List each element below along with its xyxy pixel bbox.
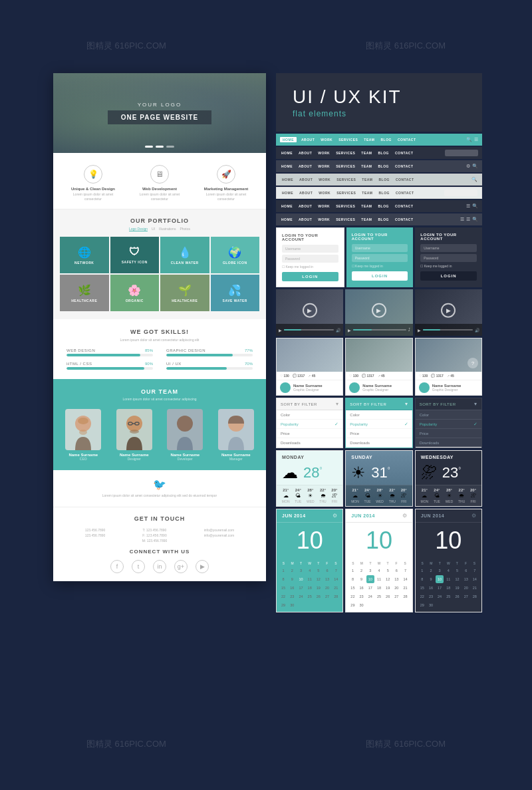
cal-day-14[interactable]: 14: [471, 575, 479, 583]
filter-color-1[interactable]: Color: [277, 410, 342, 420]
nav-home-5[interactable]: HOME: [281, 191, 295, 195]
cal-day-14[interactable]: 14: [332, 575, 340, 583]
cal-day-24[interactable]: 24: [297, 592, 305, 600]
username-input-2[interactable]: Username: [352, 244, 408, 252]
filter-popularity-1[interactable]: Popularity ✓: [277, 420, 342, 429]
nav-contact-3[interactable]: CONTACT: [394, 164, 415, 168]
portfolio-item-savewater[interactable]: 💦 SAVE WATER: [211, 275, 260, 311]
nav-contact-2[interactable]: CONTACT: [394, 151, 415, 155]
nav-services-2[interactable]: SERVICES: [334, 151, 356, 155]
portfolio-item-network[interactable]: 🌐 NETWORK: [60, 237, 109, 273]
cal-day-6[interactable]: 6: [462, 567, 470, 575]
progress-bar-2[interactable]: [353, 329, 406, 330]
cal-day-22[interactable]: 22: [279, 592, 287, 600]
login-btn-3[interactable]: LOGIN: [420, 271, 477, 281]
cal-day-6[interactable]: 6: [392, 567, 400, 575]
nav-team-2[interactable]: TEAM: [360, 151, 373, 155]
cal-day-12[interactable]: 12: [384, 575, 392, 583]
cal-day-23[interactable]: 23: [358, 592, 366, 600]
cal-settings-icon[interactable]: ⚙: [332, 513, 337, 519]
cal-day-27[interactable]: 27: [392, 592, 400, 600]
cal-day-12[interactable]: 12: [315, 575, 323, 583]
nav-work-6[interactable]: WORK: [317, 204, 331, 208]
cal-day-4[interactable]: 4: [444, 567, 452, 575]
cal-day-5[interactable]: 5: [384, 567, 392, 575]
password-input-3[interactable]: Password: [420, 254, 477, 262]
nav-blog-4[interactable]: BLOG: [378, 178, 391, 182]
filter-price-2[interactable]: Price: [346, 429, 412, 438]
cal-day-10[interactable]: 10: [297, 575, 305, 583]
remember-check-3[interactable]: ☐ Keep me logged in: [420, 264, 477, 268]
cal-day-21[interactable]: 21: [401, 584, 409, 592]
cal-day-25[interactable]: 25: [375, 592, 383, 600]
cal-day-7[interactable]: 7: [471, 567, 479, 575]
nav-team-5[interactable]: TEAM: [360, 191, 374, 195]
nav-work-7[interactable]: WORK: [317, 217, 331, 221]
cal-day-11[interactable]: 11: [306, 575, 314, 583]
nav-about-6[interactable]: ABOUT: [297, 204, 313, 208]
nav-search-5[interactable]: [444, 190, 477, 196]
hero-dot-3[interactable]: [166, 146, 174, 148]
play-btn-2[interactable]: ▶: [372, 303, 386, 318]
cal-day-24[interactable]: 24: [366, 592, 374, 600]
nav-home-2[interactable]: HOME: [280, 151, 294, 155]
cal-day-5[interactable]: 5: [315, 567, 323, 575]
login-btn-2[interactable]: LOGIN: [352, 271, 408, 281]
twitter-icon[interactable]: t: [132, 560, 145, 573]
play-btn-1[interactable]: ▶: [303, 303, 317, 318]
cal-day-29[interactable]: 29: [279, 601, 287, 609]
nav-team-1[interactable]: TEAM: [362, 138, 376, 142]
nav-home-3[interactable]: HOME: [280, 164, 294, 168]
cal-settings-icon-2[interactable]: ⚙: [402, 513, 407, 519]
cal-day-19[interactable]: 19: [453, 584, 461, 592]
nav-blog-6[interactable]: BLOG: [377, 204, 390, 208]
nav-work-4[interactable]: WORK: [317, 178, 332, 182]
cal-day-16[interactable]: 16: [427, 584, 435, 592]
facebook-icon[interactable]: f: [110, 560, 124, 573]
youtube-icon[interactable]: ▶: [196, 560, 209, 573]
nav-blog-1[interactable]: BLOG: [380, 138, 393, 142]
cal-day-18[interactable]: 18: [444, 584, 452, 592]
filter-price-3[interactable]: Price: [416, 429, 481, 438]
cal-day-28[interactable]: 28: [332, 592, 340, 600]
nav-contact-7[interactable]: CONTACT: [394, 217, 415, 221]
nav-contact-1[interactable]: CONTACT: [396, 138, 418, 142]
cal-day-5[interactable]: 5: [453, 567, 461, 575]
portfolio-item-safety[interactable]: 🛡 SAFETY ICON: [110, 237, 160, 273]
cal-day-2[interactable]: 2: [427, 567, 435, 575]
cal-day-17[interactable]: 17: [436, 584, 444, 592]
cal-day-30[interactable]: 30: [288, 601, 296, 609]
portfolio-item-healthcare2[interactable]: 🌱 healthcare: [160, 275, 209, 311]
cal-day-9[interactable]: 9: [288, 575, 296, 583]
nav-home-4[interactable]: HOME: [281, 178, 295, 182]
filter-downloads-2[interactable]: Downloads: [346, 438, 412, 448]
nav-work-1[interactable]: WORK: [319, 138, 334, 142]
progress-bar-3[interactable]: [423, 329, 473, 330]
volume-icon-2[interactable]: ⤴: [408, 328, 410, 332]
nav-team-7[interactable]: TEAM: [360, 217, 373, 221]
username-input-1[interactable]: Username: [282, 245, 338, 253]
nav-blog-2[interactable]: BLOG: [377, 151, 390, 155]
cal-day-23[interactable]: 23: [288, 592, 296, 600]
cal-day-22[interactable]: 22: [418, 592, 426, 600]
cal-day-15[interactable]: 15: [418, 584, 426, 592]
nav-about-3[interactable]: ABOUT: [297, 164, 313, 168]
nav-about-5[interactable]: ABOUT: [298, 191, 314, 195]
cal-day-1[interactable]: 1: [418, 567, 426, 575]
cal-day-25[interactable]: 25: [444, 592, 452, 600]
hero-dot-1[interactable]: [145, 146, 153, 148]
cal-day-26[interactable]: 26: [315, 592, 323, 600]
cal-day-20[interactable]: 20: [462, 584, 470, 592]
cal-day-29[interactable]: 29: [348, 601, 356, 609]
cal-day-17[interactable]: 17: [297, 584, 305, 592]
cal-day-10[interactable]: 10: [366, 575, 374, 583]
hero-dot-2[interactable]: [156, 146, 164, 148]
cal-day-26[interactable]: 26: [453, 592, 461, 600]
cal-day-8[interactable]: 8: [279, 575, 287, 583]
filter-popularity-3[interactable]: Popularity ✓: [416, 420, 481, 429]
cal-day-8[interactable]: 8: [418, 575, 426, 583]
nav-services-7[interactable]: SERVICES: [334, 217, 356, 221]
play-icon-2[interactable]: ▶: [348, 328, 351, 332]
username-input-3[interactable]: Username: [420, 244, 477, 252]
nav-about-7[interactable]: ABOUT: [297, 217, 313, 221]
